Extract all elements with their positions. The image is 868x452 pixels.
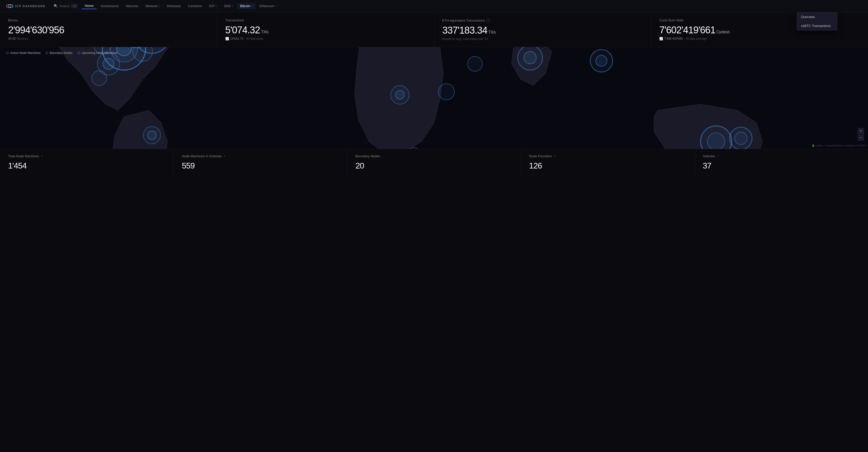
nav-item-releases[interactable]: Releases bbox=[164, 3, 184, 9]
stat-blocks: Blocks 2'994'630'956 45.05 Blocks/s bbox=[0, 12, 217, 47]
logo[interactable]: ICP DASHBOARD bbox=[6, 4, 45, 9]
map-container[interactable]: 8 bbox=[0, 47, 868, 149]
stat-eth-label: ETH-equivalent Transactions i bbox=[442, 18, 643, 22]
svg-point-52 bbox=[468, 57, 483, 71]
svg-point-40 bbox=[524, 52, 536, 64]
bottom-stat-node-providers: Node Providers ↗ 126 bbox=[521, 149, 694, 176]
logo-text: ICP DASHBOARD bbox=[15, 5, 45, 8]
bottom-stat-nodes-subnets: Node Machines In Subnets ↗ 559 bbox=[174, 149, 347, 176]
ethereum-dropdown-arrow: ▾ bbox=[275, 5, 276, 7]
svg-point-51 bbox=[438, 84, 454, 100]
stat-tx-sub: 📈 19'642.73 - 90 day peak bbox=[225, 37, 426, 40]
bottom-stat-subnets: Subnets ↗ 37 bbox=[695, 149, 868, 176]
svg-point-50 bbox=[396, 91, 404, 99]
stat-transactions: Transactions 5'074.32TX/s 📈 19'642.73 - … bbox=[217, 12, 434, 47]
search-icon: 🔍 bbox=[54, 4, 58, 8]
map-attribution: 🍃 Leaflet | © OpenStreetMap contributors… bbox=[812, 144, 866, 147]
external-link-icon-node-providers[interactable]: ↗ bbox=[553, 155, 556, 158]
dropdown-item-overview[interactable]: Overview bbox=[797, 12, 837, 21]
bottom-stat-subnets-label: Subnets ↗ bbox=[703, 154, 860, 158]
external-link-icon-total-nodes[interactable]: ↗ bbox=[40, 155, 43, 158]
external-link-icon-subnets[interactable]: ↗ bbox=[717, 155, 719, 158]
zoom-in-button[interactable]: + bbox=[858, 128, 864, 134]
nav-item-governance[interactable]: Governance bbox=[97, 3, 122, 9]
nav-item-ethereum[interactable]: Ethereum ▾ bbox=[256, 3, 279, 9]
trend-icon-cycle: 📈 bbox=[659, 37, 663, 40]
bottom-stats: Total Node Machines ↗ 1'454 Node Machine… bbox=[0, 149, 868, 176]
icp-dropdown-arrow: ▾ bbox=[216, 5, 217, 7]
zoom-out-button[interactable]: − bbox=[858, 135, 864, 141]
eth-info-icon[interactable]: i bbox=[486, 18, 490, 22]
stat-eth-tx: ETH-equivalent Transactions i 337'183.34… bbox=[434, 12, 651, 47]
stat-tx-label: Transactions bbox=[225, 18, 426, 22]
bottom-stat-total-nodes: Total Node Machines ↗ 1'454 bbox=[0, 149, 173, 176]
bottom-stat-node-providers-value: 126 bbox=[529, 161, 686, 170]
stat-eth-sub: Based on avg. instructions per TX bbox=[442, 37, 643, 41]
bottom-stat-nodes-subnets-value: 559 bbox=[182, 161, 339, 170]
bottom-stat-total-nodes-value: 1'454 bbox=[8, 161, 165, 170]
bottom-stat-boundary-nodes: Boundary Nodes 20 bbox=[347, 149, 521, 176]
nav-items: Home Governance Neurons Network ▾ Releas… bbox=[82, 3, 862, 9]
nav-item-canisters[interactable]: Canisters bbox=[185, 3, 205, 9]
stat-blocks-label: Blocks bbox=[8, 18, 209, 22]
stat-cycle-sub: 📈 7'886'409'985 - 90 day average bbox=[659, 37, 860, 40]
legend-dot-upcoming bbox=[78, 52, 80, 54]
bottom-stat-subnets-value: 37 bbox=[703, 161, 860, 170]
bitcoin-dropdown-arrow: ▾ bbox=[251, 5, 252, 7]
svg-point-42 bbox=[596, 55, 607, 66]
legend-boundary-nodes: Boundary Nodes bbox=[45, 51, 72, 55]
map-controls: + − bbox=[858, 128, 864, 141]
stat-blocks-sub: 45.05 Blocks/s bbox=[8, 37, 209, 40]
bitcoin-dropdown-menu: Overview ckBTC Transactions bbox=[797, 12, 837, 31]
bottom-stat-nodes-subnets-label: Node Machines In Subnets ↗ bbox=[182, 154, 339, 158]
nav-item-sns[interactable]: SNS ▾ bbox=[221, 3, 236, 9]
nav-item-home[interactable]: Home bbox=[82, 3, 97, 9]
stats-grid: Blocks 2'994'630'956 45.05 Blocks/s Tran… bbox=[0, 12, 868, 47]
nav-item-network[interactable]: Network ▾ bbox=[142, 3, 163, 9]
bottom-stat-boundary-nodes-value: 20 bbox=[355, 161, 513, 170]
legend-dot-active bbox=[6, 52, 9, 54]
stat-eth-value: 337'183.34TX/s bbox=[442, 26, 643, 35]
search-shortcut: ⌘/ bbox=[71, 4, 78, 8]
bottom-stat-node-providers-label: Node Providers ↗ bbox=[529, 154, 686, 158]
legend-active-nodes: Active Node Machines bbox=[6, 51, 40, 55]
stat-blocks-value: 2'994'630'956 bbox=[8, 25, 209, 35]
dropdown-item-ckbtc[interactable]: ckBTC Transactions bbox=[797, 21, 837, 30]
svg-point-48 bbox=[735, 132, 747, 144]
trend-icon-tx: 📈 bbox=[225, 37, 229, 40]
bottom-stat-boundary-nodes-label: Boundary Nodes bbox=[355, 154, 513, 158]
navbar: ICP DASHBOARD 🔍 Search ⌘/ Home Governanc… bbox=[0, 0, 868, 12]
legend-dot-boundary bbox=[45, 52, 48, 54]
network-dropdown-arrow: ▾ bbox=[159, 5, 160, 7]
svg-point-46 bbox=[707, 133, 725, 149]
search-button[interactable]: 🔍 Search ⌘/ bbox=[54, 4, 78, 8]
svg-point-16 bbox=[92, 71, 106, 86]
nav-item-icp[interactable]: ICP ▾ bbox=[206, 3, 220, 9]
nav-item-neurons[interactable]: Neurons bbox=[123, 3, 141, 9]
svg-point-32 bbox=[148, 131, 156, 139]
legend-upcoming-nodes: Upcoming Node Machines bbox=[78, 51, 118, 55]
sns-dropdown-arrow: ▾ bbox=[232, 5, 233, 7]
nav-item-bitcoin[interactable]: Bitcoin ▾ bbox=[237, 3, 255, 9]
stat-tx-value: 5'074.32TX/s bbox=[225, 25, 426, 35]
external-link-icon-nodes-subnets[interactable]: ↗ bbox=[223, 155, 225, 158]
map-section: Active Node Machines Boundary Nodes Upco… bbox=[0, 47, 868, 149]
svg-point-14 bbox=[103, 58, 114, 69]
map-legend: Active Node Machines Boundary Nodes Upco… bbox=[6, 51, 118, 55]
bottom-stat-total-nodes-label: Total Node Machines ↗ bbox=[8, 154, 165, 158]
